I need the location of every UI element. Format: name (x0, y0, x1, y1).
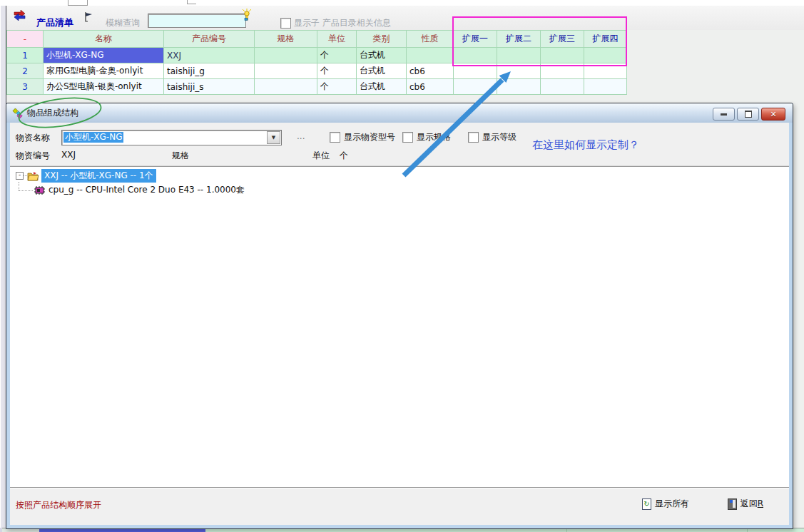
top-strip (0, 0, 804, 6)
swap-arrows-icon (13, 10, 26, 21)
row-number[interactable]: 2 (7, 63, 44, 79)
maximize-icon (745, 111, 752, 118)
material-code-label: 物资编号 (16, 150, 50, 162)
exit-door-icon (728, 498, 737, 510)
tree-root-node[interactable]: - XXJ -- 小型机-XG-NG -- 1个 (10, 167, 789, 182)
cell-spec[interactable] (255, 63, 317, 79)
table-row[interactable]: 3 办公S型电脑-银奥-onlyit taishiji_s 个 台式机 cb6 (7, 79, 627, 95)
column-header[interactable]: 产品编号 (164, 31, 255, 48)
show-all-button[interactable]: ↻ 显示所有 (642, 498, 689, 510)
combobox-selected-text: 小型机-XG-NG (63, 132, 123, 143)
return-label: 返回R (741, 498, 763, 510)
cell-unit[interactable]: 个 (317, 48, 357, 63)
cell-ext2[interactable] (497, 79, 541, 95)
cell-unit[interactable]: 个 (317, 79, 357, 95)
window-controls: ✕ (713, 108, 785, 121)
row-number[interactable]: 3 (7, 79, 44, 95)
show-grade-label: 显示等级 (482, 131, 517, 143)
toolbar: 产品清单 模糊查询 显示子 产品目录相关信息 (6, 6, 804, 30)
cell-name[interactable]: 家用G型电脑-金奥-onlyit (44, 63, 164, 79)
tree-collapse-icon[interactable]: - (16, 172, 24, 180)
cell-category[interactable]: 台式机 (357, 63, 407, 79)
material-code-value: XXJ (61, 150, 76, 160)
screen: 产品清单 模糊查询 显示子 产品目录相关信息 - 名称 产品编号 规格 单位 (0, 0, 804, 532)
cell-name-selected[interactable]: 小型机-XG-NG (44, 48, 164, 63)
column-header[interactable]: 类别 (357, 31, 407, 48)
annotation-question-text: 在这里如何显示定制？ (532, 138, 639, 152)
dialog-client-area: 物资名称 小型机-XG-NG ▼ ... 显示物资型号 显示规格 显示等级 在这… (10, 123, 789, 525)
show-spec-checkbox-item[interactable]: 显示规格 (402, 131, 451, 143)
material-name-combobox[interactable]: 小型机-XG-NG ▼ (61, 130, 282, 145)
cell-nature[interactable]: cb6 (407, 63, 454, 79)
cell-category[interactable]: 台式机 (357, 48, 407, 63)
chevron-down-icon: ▼ (272, 135, 275, 140)
cpu-chip-icon (34, 186, 45, 195)
product-list-title: 产品清单 (36, 16, 73, 29)
combobox-dropdown-button[interactable]: ▼ (267, 131, 280, 144)
close-icon: ✕ (770, 110, 776, 119)
fuzzy-query-label: 模糊查询 (106, 17, 140, 29)
show-spec-label: 显示规格 (417, 131, 451, 143)
cell-ext3[interactable] (541, 79, 584, 95)
top-ui-fragment (68, 0, 88, 6)
close-button[interactable]: ✕ (761, 108, 785, 121)
unit-value: 个 (340, 150, 348, 162)
show-sub-info-label: 显示子 产品目录相关信息 (294, 17, 391, 29)
cell-code[interactable]: XXJ (164, 48, 255, 63)
column-header[interactable]: 单位 (317, 31, 357, 48)
open-folder-icon (27, 171, 39, 181)
cell-nature[interactable] (407, 48, 454, 63)
tree-connector (19, 182, 19, 190)
annotation-magenta-box (452, 16, 627, 66)
tree-connector (19, 190, 33, 191)
cell-spec[interactable] (255, 48, 317, 63)
dialog-statusbar: 按照产品结构顺序展开 ↻ 显示所有 返回R (10, 487, 789, 525)
tree-root-label[interactable]: XXJ -- 小型机-XG-NG -- 1个 (41, 169, 156, 183)
column-header[interactable]: - (7, 31, 44, 48)
structure-tree: - XXJ -- 小型机-XG-NG -- 1个 cpu_ (10, 166, 789, 488)
cell-unit[interactable]: 个 (317, 63, 357, 79)
maximize-button[interactable] (737, 108, 759, 121)
dialog-icon (12, 108, 24, 119)
dialog-title: 物品组成结构 (27, 107, 78, 119)
column-header[interactable]: 规格 (255, 31, 317, 48)
flag-icon (83, 11, 93, 23)
cell-name[interactable]: 办公S型电脑-银奥-onlyit (44, 79, 164, 95)
tree-child-node[interactable]: cpu_g -- CPU-Intel Core 2 Duo E43 -- 1.0… (34, 184, 789, 196)
column-header[interactable]: 性质 (407, 31, 454, 48)
tree-child-label[interactable]: cpu_g -- CPU-Intel Core 2 Duo E43 -- 1.0… (49, 184, 245, 196)
row-number[interactable]: 1 (7, 48, 44, 63)
refresh-page-icon: ↻ (642, 498, 651, 510)
minimize-icon (721, 113, 727, 116)
dialog-titlebar[interactable]: 物品组成结构 ✕ (6, 103, 793, 123)
key-help-icon[interactable] (241, 8, 253, 22)
show-model-checkbox[interactable] (330, 132, 340, 143)
dialog-item-structure: 物品组成结构 ✕ 物资名称 小型机-XG-NG ▼ ... 显示物资型号 显示规… (6, 103, 793, 529)
cell-category[interactable]: 台式机 (357, 79, 407, 95)
column-header[interactable]: 名称 (44, 31, 164, 48)
spec-label: 规格 (172, 150, 189, 162)
minimize-button[interactable] (713, 108, 735, 121)
cell-ext4[interactable] (584, 79, 627, 95)
show-sub-info-checkbox[interactable] (280, 18, 291, 29)
search-input[interactable] (148, 14, 246, 28)
unit-label: 单位 (312, 150, 330, 162)
cell-spec[interactable] (255, 79, 317, 95)
cell-ext1[interactable] (454, 79, 497, 95)
return-button[interactable]: 返回R (728, 498, 763, 510)
top-ui-fragment (187, 0, 196, 4)
more-button[interactable]: ... (297, 131, 305, 141)
cell-code[interactable]: taishiji_g (164, 63, 255, 79)
status-text: 按照产品结构顺序展开 (16, 499, 101, 511)
show-all-label: 显示所有 (655, 498, 689, 510)
cell-nature[interactable]: cb6 (407, 79, 454, 95)
cell-code[interactable]: taishiji_s (164, 79, 255, 95)
show-grade-checkbox[interactable] (468, 132, 479, 143)
show-spec-checkbox[interactable] (402, 132, 413, 143)
show-model-checkbox-item[interactable]: 显示物资型号 (330, 131, 395, 143)
show-model-label: 显示物资型号 (344, 131, 395, 143)
show-grade-checkbox-item[interactable]: 显示等级 (468, 131, 517, 143)
material-name-label: 物资名称 (16, 132, 50, 144)
